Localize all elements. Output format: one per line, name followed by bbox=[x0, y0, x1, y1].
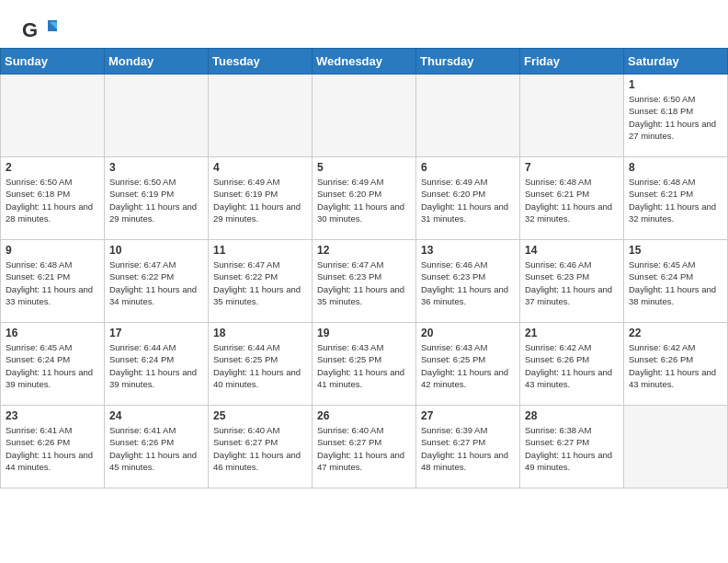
weekday-header-monday: Monday bbox=[105, 49, 209, 75]
header: G bbox=[0, 0, 728, 48]
day-info: Sunrise: 6:50 AM Sunset: 6:19 PM Dayligh… bbox=[109, 176, 203, 224]
day-cell-27: 27Sunrise: 6:39 AM Sunset: 6:27 PM Dayli… bbox=[416, 406, 520, 488]
day-cell-17: 17Sunrise: 6:44 AM Sunset: 6:24 PM Dayli… bbox=[105, 323, 209, 406]
weekday-header-thursday: Thursday bbox=[416, 49, 520, 75]
day-cell-13: 13Sunrise: 6:46 AM Sunset: 6:23 PM Dayli… bbox=[416, 240, 520, 323]
day-cell-22: 22Sunrise: 6:42 AM Sunset: 6:26 PM Dayli… bbox=[624, 323, 728, 406]
weekday-header-wednesday: Wednesday bbox=[313, 49, 416, 75]
day-cell-18: 18Sunrise: 6:44 AM Sunset: 6:25 PM Dayli… bbox=[209, 323, 313, 406]
day-cell-20: 20Sunrise: 6:43 AM Sunset: 6:25 PM Dayli… bbox=[416, 323, 520, 406]
day-info: Sunrise: 6:43 AM Sunset: 6:25 PM Dayligh… bbox=[421, 341, 515, 390]
day-cell-1: 1Sunrise: 6:50 AM Sunset: 6:18 PM Daylig… bbox=[624, 75, 728, 157]
day-number: 20 bbox=[421, 327, 515, 339]
day-cell-12: 12Sunrise: 6:47 AM Sunset: 6:23 PM Dayli… bbox=[313, 240, 416, 323]
weekday-header-saturday: Saturday bbox=[624, 49, 728, 75]
empty-cell bbox=[209, 75, 313, 157]
day-cell-24: 24Sunrise: 6:41 AM Sunset: 6:26 PM Dayli… bbox=[105, 406, 209, 488]
day-number: 26 bbox=[317, 409, 411, 422]
day-number: 11 bbox=[213, 244, 307, 257]
svg-text:G: G bbox=[22, 18, 38, 41]
day-number: 7 bbox=[525, 161, 619, 174]
day-info: Sunrise: 6:45 AM Sunset: 6:24 PM Dayligh… bbox=[6, 341, 99, 390]
empty-cell bbox=[416, 75, 520, 157]
week-row-5: 23Sunrise: 6:41 AM Sunset: 6:26 PM Dayli… bbox=[1, 406, 728, 488]
day-info: Sunrise: 6:48 AM Sunset: 6:21 PM Dayligh… bbox=[629, 176, 722, 224]
day-number: 17 bbox=[109, 327, 203, 339]
day-info: Sunrise: 6:42 AM Sunset: 6:26 PM Dayligh… bbox=[629, 341, 722, 390]
day-info: Sunrise: 6:41 AM Sunset: 6:26 PM Dayligh… bbox=[6, 424, 99, 473]
day-number: 1 bbox=[629, 78, 722, 91]
day-info: Sunrise: 6:49 AM Sunset: 6:20 PM Dayligh… bbox=[317, 176, 411, 224]
day-cell-3: 3Sunrise: 6:50 AM Sunset: 6:19 PM Daylig… bbox=[105, 157, 209, 240]
day-cell-21: 21Sunrise: 6:42 AM Sunset: 6:26 PM Dayli… bbox=[520, 323, 624, 406]
day-cell-15: 15Sunrise: 6:45 AM Sunset: 6:24 PM Dayli… bbox=[624, 240, 728, 323]
weekday-header-row: SundayMondayTuesdayWednesdayThursdayFrid… bbox=[1, 49, 728, 75]
day-cell-5: 5Sunrise: 6:49 AM Sunset: 6:20 PM Daylig… bbox=[313, 157, 416, 240]
day-number: 21 bbox=[525, 327, 619, 339]
day-info: Sunrise: 6:47 AM Sunset: 6:22 PM Dayligh… bbox=[109, 259, 203, 307]
day-number: 9 bbox=[6, 244, 99, 257]
day-info: Sunrise: 6:49 AM Sunset: 6:20 PM Dayligh… bbox=[421, 176, 515, 224]
day-cell-7: 7Sunrise: 6:48 AM Sunset: 6:21 PM Daylig… bbox=[520, 157, 624, 240]
day-info: Sunrise: 6:50 AM Sunset: 6:18 PM Dayligh… bbox=[629, 93, 722, 142]
day-cell-16: 16Sunrise: 6:45 AM Sunset: 6:24 PM Dayli… bbox=[1, 323, 105, 406]
logo: G bbox=[22, 17, 57, 44]
week-row-2: 2Sunrise: 6:50 AM Sunset: 6:18 PM Daylig… bbox=[1, 157, 728, 240]
day-info: Sunrise: 6:48 AM Sunset: 6:21 PM Dayligh… bbox=[6, 259, 99, 307]
day-info: Sunrise: 6:44 AM Sunset: 6:25 PM Dayligh… bbox=[213, 341, 307, 390]
day-cell-28: 28Sunrise: 6:38 AM Sunset: 6:27 PM Dayli… bbox=[520, 406, 624, 488]
week-row-4: 16Sunrise: 6:45 AM Sunset: 6:24 PM Dayli… bbox=[1, 323, 728, 406]
day-cell-11: 11Sunrise: 6:47 AM Sunset: 6:22 PM Dayli… bbox=[209, 240, 313, 323]
day-info: Sunrise: 6:38 AM Sunset: 6:27 PM Dayligh… bbox=[525, 424, 619, 473]
day-info: Sunrise: 6:47 AM Sunset: 6:22 PM Dayligh… bbox=[213, 259, 307, 307]
day-cell-26: 26Sunrise: 6:40 AM Sunset: 6:27 PM Dayli… bbox=[313, 406, 416, 488]
day-number: 18 bbox=[213, 327, 307, 339]
day-info: Sunrise: 6:40 AM Sunset: 6:27 PM Dayligh… bbox=[213, 424, 307, 473]
week-row-1: 1Sunrise: 6:50 AM Sunset: 6:18 PM Daylig… bbox=[1, 75, 728, 157]
day-info: Sunrise: 6:46 AM Sunset: 6:23 PM Dayligh… bbox=[525, 259, 619, 307]
day-cell-9: 9Sunrise: 6:48 AM Sunset: 6:21 PM Daylig… bbox=[1, 240, 105, 323]
day-cell-23: 23Sunrise: 6:41 AM Sunset: 6:26 PM Dayli… bbox=[1, 406, 105, 488]
day-info: Sunrise: 6:48 AM Sunset: 6:21 PM Dayligh… bbox=[525, 176, 619, 224]
day-info: Sunrise: 6:40 AM Sunset: 6:27 PM Dayligh… bbox=[317, 424, 411, 473]
day-number: 12 bbox=[317, 244, 411, 257]
day-number: 25 bbox=[213, 409, 307, 422]
day-cell-10: 10Sunrise: 6:47 AM Sunset: 6:22 PM Dayli… bbox=[105, 240, 209, 323]
day-number: 28 bbox=[525, 409, 619, 422]
day-number: 13 bbox=[421, 244, 515, 257]
day-info: Sunrise: 6:44 AM Sunset: 6:24 PM Dayligh… bbox=[109, 341, 203, 390]
day-number: 27 bbox=[421, 409, 515, 422]
day-info: Sunrise: 6:49 AM Sunset: 6:19 PM Dayligh… bbox=[213, 176, 307, 224]
day-number: 5 bbox=[317, 161, 411, 174]
day-cell-25: 25Sunrise: 6:40 AM Sunset: 6:27 PM Dayli… bbox=[209, 406, 313, 488]
day-info: Sunrise: 6:43 AM Sunset: 6:25 PM Dayligh… bbox=[317, 341, 411, 390]
weekday-header-friday: Friday bbox=[520, 49, 624, 75]
day-number: 3 bbox=[109, 161, 203, 174]
day-info: Sunrise: 6:41 AM Sunset: 6:26 PM Dayligh… bbox=[109, 424, 203, 473]
empty-cell bbox=[313, 75, 416, 157]
day-number: 10 bbox=[109, 244, 203, 257]
day-number: 16 bbox=[6, 327, 99, 339]
logo-icon: G bbox=[22, 17, 57, 44]
day-cell-8: 8Sunrise: 6:48 AM Sunset: 6:21 PM Daylig… bbox=[624, 157, 728, 240]
day-number: 19 bbox=[317, 327, 411, 339]
empty-cell bbox=[624, 406, 728, 488]
day-cell-4: 4Sunrise: 6:49 AM Sunset: 6:19 PM Daylig… bbox=[209, 157, 313, 240]
day-number: 22 bbox=[629, 327, 722, 339]
day-info: Sunrise: 6:45 AM Sunset: 6:24 PM Dayligh… bbox=[629, 259, 722, 307]
day-number: 8 bbox=[629, 161, 722, 174]
day-number: 14 bbox=[525, 244, 619, 257]
empty-cell bbox=[520, 75, 624, 157]
day-info: Sunrise: 6:46 AM Sunset: 6:23 PM Dayligh… bbox=[421, 259, 515, 307]
weekday-header-tuesday: Tuesday bbox=[209, 49, 313, 75]
week-row-3: 9Sunrise: 6:48 AM Sunset: 6:21 PM Daylig… bbox=[1, 240, 728, 323]
day-number: 24 bbox=[109, 409, 203, 422]
day-number: 6 bbox=[421, 161, 515, 174]
calendar-table: SundayMondayTuesdayWednesdayThursdayFrid… bbox=[0, 48, 728, 488]
day-cell-14: 14Sunrise: 6:46 AM Sunset: 6:23 PM Dayli… bbox=[520, 240, 624, 323]
day-number: 23 bbox=[6, 409, 99, 422]
day-cell-19: 19Sunrise: 6:43 AM Sunset: 6:25 PM Dayli… bbox=[313, 323, 416, 406]
day-info: Sunrise: 6:42 AM Sunset: 6:26 PM Dayligh… bbox=[525, 341, 619, 390]
day-info: Sunrise: 6:47 AM Sunset: 6:23 PM Dayligh… bbox=[317, 259, 411, 307]
day-cell-6: 6Sunrise: 6:49 AM Sunset: 6:20 PM Daylig… bbox=[416, 157, 520, 240]
